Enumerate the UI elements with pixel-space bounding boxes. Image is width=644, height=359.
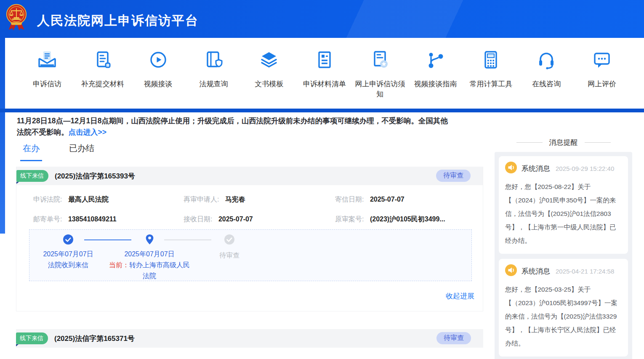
calculator-icon [481,50,501,72]
nav-item-video-interview[interactable]: 视频接谈 [131,50,185,109]
case-card-header: 线下来信 (2025)法信字第165393号 待审查 [16,167,483,185]
field-original-case-number: 原审案号: (2023)沪0105民初3499... [335,215,445,224]
timeline-step-current: 2025年07月07日 当前：转办上海市高级人民法院 [107,234,192,282]
status-badge[interactable]: 待审查 [436,332,471,344]
background-strip-gap [0,109,644,112]
field-petition-court: 申诉法院: 最高人民法院 [33,195,109,204]
page-title: 人民法院网上申诉信访平台 [37,12,199,29]
nav-item-law-search[interactable]: 法规查询 [186,50,240,109]
case-fields: 申诉法院: 最高人民法院 再审申请人: 马宪春 寄信日期: 2025-07-07… [16,185,483,229]
branch-icon [426,50,446,72]
offline-letter-badge: 线下来信 [16,170,48,182]
field-label: 申诉法院: [33,196,62,203]
nav-item-video-guide[interactable]: 视频接谈指南 [409,50,463,109]
timeline-date: 2025年07月07日 [26,249,110,260]
check-circle-pending-icon [187,234,271,246]
message-header: 系统消息 2025-04-21 17:24:58 [505,264,622,278]
nav-label: 视频接谈 [144,79,173,89]
speaker-icon [505,162,517,175]
message-list: 系统消息 2025-09-29 15:22:40 您好，您【2025-08-22… [495,152,632,359]
headset-icon [536,50,556,72]
layers-icon [259,50,279,72]
case-card: 线下来信 (2025)法信字第165393号 待审查 申诉法院: 最高人民法院 … [16,167,483,311]
timeline-date: 2025年07月07日 [107,249,192,260]
nav-item-petition[interactable]: 申诉信访 [20,50,74,109]
case-card-header: 线下来信 (2025)法信字第165371号 待审查 [16,329,483,348]
message-panel-title: 消息提醒 [549,138,578,147]
nav-label: 文书模板 [255,79,283,89]
message-panel-header: 消息提醒 [495,133,632,152]
background-strip-left [0,38,5,234]
court-emblem-logo [6,3,27,34]
field-value: 马宪春 [225,196,245,203]
nav-label: 网上评价 [588,79,616,89]
tab-completed[interactable]: 已办结 [69,143,94,161]
book-shield-icon [203,50,224,72]
nav-item-material-checklist[interactable]: 申诉材料清单 [298,50,351,109]
timeline-label: 待审查 [187,250,271,261]
notice-line1: 11月28日18点—12月1日8点期间，山西法院停止使用；升级完成后，山西法院升… [17,117,448,125]
decorative-line-right [585,142,611,143]
nav-item-document-templates[interactable]: 文书模板 [242,50,296,109]
play-circle-icon [148,50,168,72]
timeline-label: 当前：转办上海市高级人民法院 [107,260,192,282]
message-header: 系统消息 2025-09-29 15:22:40 [505,162,622,175]
mail-letter-icon [37,50,57,72]
case-card: 线下来信 (2025)法信字第165371号 待审查 [16,329,483,359]
message-item[interactable]: 系统消息 2025-04-21 17:24:58 您好，您【2025-03-25… [499,259,628,356]
case-number: (2025)法信字第165371号 [54,334,135,343]
message-body: 您好，您【2025-03-25】关于【（2023）沪0105民初34997号】一… [505,283,622,350]
message-item[interactable]: 系统消息 2025-09-29 15:22:40 您好，您【2025-08-22… [499,156,628,254]
nav-label: 申诉信访 [33,79,61,89]
nav-label: 常用计算工具 [469,79,512,89]
system-notice: 11月28日18点—12月1日8点期间，山西法院停止使用；升级完成后，山西法院升… [17,115,490,138]
field-tracking-number: 邮寄单号: 1385410849211 [33,215,117,224]
list-document-icon [314,50,335,72]
app-header: 人民法院网上申诉信访平台 [0,0,644,38]
notice-star-icon [370,50,390,72]
timeline-current-label: 转办上海市高级人民法院 [129,261,190,279]
field-label: 寄信日期: [335,196,364,203]
speaker-icon [505,264,517,278]
nav-item-online-rating[interactable]: 网上评价 [575,50,629,109]
nav-label: 法规查询 [199,79,228,89]
nav-label: 网上申诉信访须知 [353,79,407,99]
message-body: 您好，您【2025-08-22】关于【（2024）沪01民申350号】一案的来信… [505,180,622,247]
nav-label: 申诉材料清单 [303,79,346,89]
chat-dots-icon [592,50,612,72]
field-value: 2025-07-07 [370,196,404,203]
nav-item-petition-notes[interactable]: 网上申诉信访须知 [353,50,407,109]
nav-label: 补充提交材料 [81,79,124,89]
timeline-label: 法院收到来信 [26,260,110,271]
message-timestamp: 2025-09-29 15:22:40 [556,165,614,172]
notice-line2: 法院不受影响。 [17,128,69,136]
progress-timeline: 2025年07月07日 法院收到来信 2025年07月07日 当前：转办上海市高… [29,229,472,281]
field-label: 接收日期: [184,215,212,223]
nav-item-online-consult[interactable]: 在线咨询 [519,50,573,109]
case-number: (2025)法信字第165393号 [55,171,135,181]
field-mail-date: 寄信日期: 2025-07-07 [335,195,404,204]
field-label: 邮寄单号: [33,215,62,223]
field-value: 1385410849211 [68,215,117,223]
message-timestamp: 2025-04-21 17:24:58 [556,268,614,275]
nav-label: 视频接谈指南 [414,79,457,89]
message-sidebar: 消息提醒 系统消息 2025-09-29 15:22:40 您好，您【2025-… [495,133,632,359]
notice-enter-link[interactable]: 点击进入>> [69,128,106,136]
nav-item-supplement-materials[interactable]: 补充提交材料 [76,50,130,109]
collapse-progress-link[interactable]: 收起进展 [446,291,474,301]
status-badge[interactable]: 待审查 [436,170,471,182]
tab-in-progress[interactable]: 在办 [20,143,42,161]
nav-label: 在线咨询 [532,79,561,89]
field-value: 最高人民法院 [68,196,109,203]
field-retrial-applicant: 再审申请人: 马宪春 [184,195,245,204]
field-value: 2025-07-07 [218,215,253,223]
nav-item-calculators[interactable]: 常用计算工具 [464,50,518,109]
field-receive-date: 接收日期: 2025-07-07 [184,215,253,224]
message-type: 系统消息 [522,266,550,276]
case-tabs: 在办 已办结 [20,143,94,161]
field-label: 原审案号: [335,215,364,223]
offline-letter-badge: 线下来信 [16,332,48,344]
timeline-current-prefix: 当前： [109,261,129,269]
field-label: 再审申请人: [184,196,219,203]
timeline-step-pending: 待审查 [187,234,271,261]
